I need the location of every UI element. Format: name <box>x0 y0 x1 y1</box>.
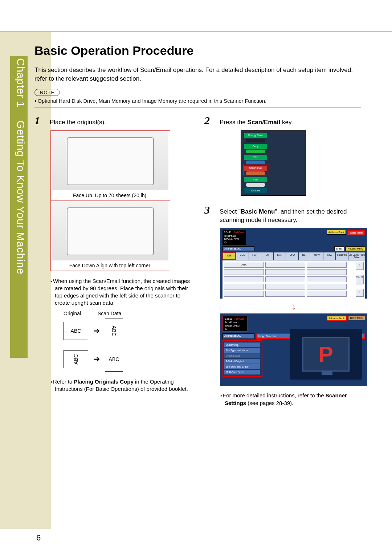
copy-button <box>246 150 265 153</box>
refer2-post: (see pages 28-39). <box>246 400 293 406</box>
addr-empty[interactable] <box>307 284 347 289</box>
abc-text: ABC <box>109 356 119 362</box>
chapter-number: 1 <box>15 101 27 108</box>
addr-empty[interactable] <box>265 291 305 297</box>
hdr-original: Original <box>64 311 89 316</box>
addr-empty[interactable] <box>307 269 347 275</box>
tab-ab[interactable]: #AB <box>222 252 236 260</box>
print-label: Print <box>244 177 267 182</box>
scr2-info-highlight: 8.5x11 Full Color Text/Photo 200dpi JPEG… <box>222 316 248 332</box>
tab-ijk[interactable]: IJK <box>261 252 273 260</box>
scan-button <box>246 171 265 175</box>
arrow-icon: ➔ <box>93 326 100 336</box>
scr-id: ID <box>224 241 226 244</box>
tab-opq[interactable]: OPQ <box>286 252 298 260</box>
addr-empty[interactable] <box>265 276 305 282</box>
basic-menu-button[interactable]: Basic Menu <box>347 230 365 235</box>
step-1: 1 Place the original(s). <box>34 114 191 127</box>
hdr-scan: Scan Data <box>98 311 121 316</box>
addr-empty[interactable] <box>307 262 347 268</box>
tab-cde[interactable]: CDE <box>236 252 248 260</box>
address-book-button[interactable]: Address Book <box>327 230 346 235</box>
multi-size-button[interactable]: Multi-Size Feed <box>224 370 260 374</box>
scr-color: Full Color <box>234 231 245 234</box>
rotation-table: Original Scan Data ABC ➔ ABC ABC ➔ ABC <box>64 311 191 372</box>
step-2: 2 Press the Scan/Email key. <box>204 114 361 127</box>
page-number: 6 <box>36 533 41 543</box>
scroll-down-icon[interactable]: ↓ <box>356 289 364 297</box>
chapter-subtitle: Getting To Know Your Machine <box>15 121 27 275</box>
abc-text: ABC <box>73 354 79 364</box>
content-area: Basic Operation Procedure This section d… <box>34 44 361 410</box>
s3-bold: Basic Menu <box>241 208 275 215</box>
intro-text: This section describes the workflow of S… <box>34 66 361 83</box>
addr-empty[interactable] <box>224 269 264 275</box>
addresses-pill[interactable]: Addresses:000 <box>222 246 254 251</box>
abc-text: ABC <box>71 328 81 334</box>
scr-size: 8.5x11 <box>225 317 232 320</box>
scr-color: Full Color <box>234 317 245 320</box>
original-size-button[interactable]: Original Size <box>224 353 260 358</box>
top-rule <box>0 31 392 32</box>
job-build-button[interactable]: Job Build and SADF <box>224 364 260 369</box>
email-button[interactable]: Email <box>334 246 344 251</box>
quality-adj-button[interactable]: Quality Adj. <box>224 343 260 347</box>
refer1-bold: Placing Originals Copy <box>74 378 134 385</box>
chapter-word: Chapter <box>15 58 27 98</box>
address-book-button[interactable]: Address Book <box>327 316 347 321</box>
tab-fgh[interactable]: FGH <box>249 252 261 260</box>
touchscreen-1: 8.5x11 Full Color Text/Photo 200dpi JPEG… <box>220 228 367 299</box>
tab-xyz[interactable]: XYZ <box>323 252 335 260</box>
scr-mode: Text/Photo <box>224 235 236 237</box>
addr-empty[interactable] <box>265 284 305 289</box>
page-title: Basic Operation Procedure <box>34 44 361 58</box>
addr-empty[interactable] <box>307 276 347 282</box>
chapter-label: Chapter 1 Getting To Know Your Machine <box>15 58 27 274</box>
fig1-caption: Face Up. Up to 70 sheets (20 lb). <box>52 192 168 199</box>
file-type-button[interactable]: File Type and Name <box>224 348 260 353</box>
figure-platen: Face Down Align with top left corner. <box>50 201 170 271</box>
step-2-text: Press the Scan/Email key. <box>220 118 293 127</box>
scr-size: 8.5x11 <box>224 231 232 234</box>
tab-lmn[interactable]: LMN <box>274 252 286 260</box>
tab-rst[interactable]: RST <box>299 252 311 260</box>
two-sided-button[interactable]: 2-Sided Original <box>224 359 260 364</box>
scan-portrait-2: ABC <box>105 347 123 372</box>
addresses-pill[interactable]: Addresses:000 <box>222 333 254 339</box>
online-label: On Line <box>244 188 267 193</box>
basic-menu-button-active[interactable]: Basic Menu <box>348 316 365 320</box>
addr-empty[interactable] <box>307 291 347 297</box>
step-2-num: 2 <box>204 114 213 127</box>
step-1-num: 1 <box>34 114 43 127</box>
copy-label: Copy <box>244 144 267 149</box>
scr-res: 200dpi JPEG <box>225 324 240 327</box>
refer2-pre: For more detailed instructions, refer to… <box>223 392 326 398</box>
down-arrow-icon: ↓ <box>220 301 367 312</box>
scr1-info: 8.5x11 Full Color Text/Photo 200dpi JPEG… <box>222 230 246 244</box>
routing-menu-button[interactable]: Routing Menu <box>346 246 365 251</box>
refer-note-1: Refer to Placing Originals Copy in the O… <box>50 378 191 393</box>
addr-empty[interactable] <box>224 284 264 289</box>
addr-empty[interactable] <box>224 291 264 297</box>
energy-button <box>246 139 265 142</box>
scroll-up-icon[interactable]: ↑ <box>356 262 364 270</box>
figure-adf: Face Up. Up to 70 sheets (20 lb). <box>50 130 170 201</box>
two-columns: 1 Place the original(s). Face Up. Up to … <box>34 114 361 410</box>
adf-illustration <box>52 132 168 190</box>
note-badge: NOTE <box>34 89 60 96</box>
fig2-caption: Face Down Align with top left corner. <box>52 262 168 269</box>
tab-uvw[interactable]: UVW <box>311 252 323 260</box>
rot-headers: Original Scan Data <box>64 311 191 316</box>
step-3: 3 Select "Basic Menu", and then set the … <box>204 204 361 224</box>
addr-alex[interactable]: Alex <box>224 262 264 268</box>
control-panel: Energy Save Copy Fax Scan/Email Print On… <box>241 130 306 196</box>
tab-favorites[interactable]: Favorites <box>336 252 348 260</box>
addr-empty[interactable] <box>265 262 305 268</box>
page-counter: 01 / 01 <box>356 275 364 284</box>
fax-button <box>246 161 265 164</box>
s2-pre: Press the <box>220 119 248 126</box>
preview-monitor-icon: P <box>302 337 350 372</box>
addr-empty[interactable] <box>224 276 264 282</box>
tab-sdcard[interactable]: SD Card / Hard Drive <box>348 252 366 260</box>
addr-empty[interactable] <box>265 269 305 275</box>
